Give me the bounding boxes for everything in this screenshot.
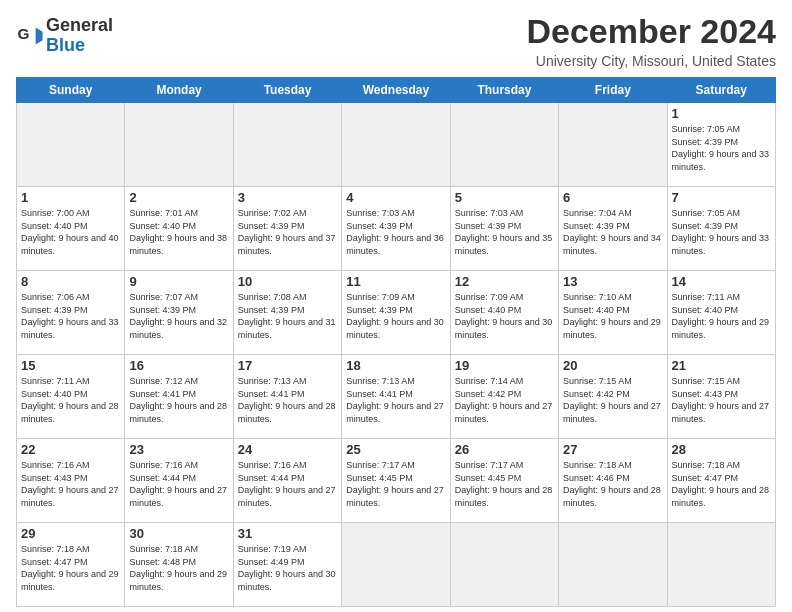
day-number: 21 (672, 358, 771, 373)
calendar-body: 1Sunrise: 7:05 AM Sunset: 4:39 PM Daylig… (17, 103, 776, 607)
calendar-row: 8Sunrise: 7:06 AM Sunset: 4:39 PM Daylig… (17, 271, 776, 355)
day-number: 26 (455, 442, 554, 457)
day-info: Sunrise: 7:18 AM Sunset: 4:48 PM Dayligh… (129, 543, 228, 593)
table-cell: 21Sunrise: 7:15 AM Sunset: 4:43 PM Dayli… (667, 355, 775, 439)
day-info: Sunrise: 7:15 AM Sunset: 4:43 PM Dayligh… (672, 375, 771, 425)
table-cell: 8Sunrise: 7:06 AM Sunset: 4:39 PM Daylig… (17, 271, 125, 355)
table-cell: 1Sunrise: 7:05 AM Sunset: 4:39 PM Daylig… (667, 103, 775, 187)
col-friday: Friday (559, 78, 667, 103)
day-number: 24 (238, 442, 337, 457)
table-cell: 30Sunrise: 7:18 AM Sunset: 4:48 PM Dayli… (125, 523, 233, 607)
calendar-header: Sunday Monday Tuesday Wednesday Thursday… (17, 78, 776, 103)
day-number: 5 (455, 190, 554, 205)
day-number: 15 (21, 358, 120, 373)
logo-general: General (46, 15, 113, 35)
day-info: Sunrise: 7:16 AM Sunset: 4:44 PM Dayligh… (238, 459, 337, 509)
day-number: 29 (21, 526, 120, 541)
table-cell: 7Sunrise: 7:05 AM Sunset: 4:39 PM Daylig… (667, 187, 775, 271)
day-info: Sunrise: 7:15 AM Sunset: 4:42 PM Dayligh… (563, 375, 662, 425)
day-number: 17 (238, 358, 337, 373)
day-number: 9 (129, 274, 228, 289)
day-info: Sunrise: 7:16 AM Sunset: 4:43 PM Dayligh… (21, 459, 120, 509)
day-info: Sunrise: 7:09 AM Sunset: 4:40 PM Dayligh… (455, 291, 554, 341)
day-number: 13 (563, 274, 662, 289)
col-sunday: Sunday (17, 78, 125, 103)
table-cell: 13Sunrise: 7:10 AM Sunset: 4:40 PM Dayli… (559, 271, 667, 355)
day-info: Sunrise: 7:11 AM Sunset: 4:40 PM Dayligh… (672, 291, 771, 341)
day-number: 12 (455, 274, 554, 289)
day-info: Sunrise: 7:19 AM Sunset: 4:49 PM Dayligh… (238, 543, 337, 593)
day-info: Sunrise: 7:13 AM Sunset: 4:41 PM Dayligh… (346, 375, 445, 425)
calendar-row: 22Sunrise: 7:16 AM Sunset: 4:43 PM Dayli… (17, 439, 776, 523)
table-cell: 4Sunrise: 7:03 AM Sunset: 4:39 PM Daylig… (342, 187, 450, 271)
logo-text-line2: Blue (46, 36, 113, 56)
col-thursday: Thursday (450, 78, 558, 103)
day-number: 11 (346, 274, 445, 289)
calendar-row: 15Sunrise: 7:11 AM Sunset: 4:40 PM Dayli… (17, 355, 776, 439)
table-cell: 1Sunrise: 7:00 AM Sunset: 4:40 PM Daylig… (17, 187, 125, 271)
table-cell: 17Sunrise: 7:13 AM Sunset: 4:41 PM Dayli… (233, 355, 341, 439)
day-number: 1 (672, 106, 771, 121)
table-cell: 14Sunrise: 7:11 AM Sunset: 4:40 PM Dayli… (667, 271, 775, 355)
table-cell (559, 523, 667, 607)
table-cell (450, 103, 558, 187)
table-cell: 24Sunrise: 7:16 AM Sunset: 4:44 PM Dayli… (233, 439, 341, 523)
table-cell: 18Sunrise: 7:13 AM Sunset: 4:41 PM Dayli… (342, 355, 450, 439)
logo-text-line1: General (46, 16, 113, 36)
table-cell: 25Sunrise: 7:17 AM Sunset: 4:45 PM Dayli… (342, 439, 450, 523)
day-number: 6 (563, 190, 662, 205)
table-cell: 11Sunrise: 7:09 AM Sunset: 4:39 PM Dayli… (342, 271, 450, 355)
table-cell: 16Sunrise: 7:12 AM Sunset: 4:41 PM Dayli… (125, 355, 233, 439)
svg-text:G: G (17, 25, 29, 42)
table-cell (233, 103, 341, 187)
day-info: Sunrise: 7:07 AM Sunset: 4:39 PM Dayligh… (129, 291, 228, 341)
day-number: 25 (346, 442, 445, 457)
day-info: Sunrise: 7:14 AM Sunset: 4:42 PM Dayligh… (455, 375, 554, 425)
table-cell (17, 103, 125, 187)
day-info: Sunrise: 7:05 AM Sunset: 4:39 PM Dayligh… (672, 123, 771, 173)
day-info: Sunrise: 7:02 AM Sunset: 4:39 PM Dayligh… (238, 207, 337, 257)
day-number: 7 (672, 190, 771, 205)
day-info: Sunrise: 7:17 AM Sunset: 4:45 PM Dayligh… (455, 459, 554, 509)
table-cell: 23Sunrise: 7:16 AM Sunset: 4:44 PM Dayli… (125, 439, 233, 523)
calendar-table: Sunday Monday Tuesday Wednesday Thursday… (16, 77, 776, 607)
day-number: 10 (238, 274, 337, 289)
calendar-row: 29Sunrise: 7:18 AM Sunset: 4:47 PM Dayli… (17, 523, 776, 607)
col-wednesday: Wednesday (342, 78, 450, 103)
table-cell: 22Sunrise: 7:16 AM Sunset: 4:43 PM Dayli… (17, 439, 125, 523)
logo-blue-text: Blue (46, 35, 85, 55)
day-info: Sunrise: 7:13 AM Sunset: 4:41 PM Dayligh… (238, 375, 337, 425)
table-cell (450, 523, 558, 607)
day-info: Sunrise: 7:00 AM Sunset: 4:40 PM Dayligh… (21, 207, 120, 257)
table-cell (125, 103, 233, 187)
day-info: Sunrise: 7:16 AM Sunset: 4:44 PM Dayligh… (129, 459, 228, 509)
day-info: Sunrise: 7:03 AM Sunset: 4:39 PM Dayligh… (346, 207, 445, 257)
day-info: Sunrise: 7:06 AM Sunset: 4:39 PM Dayligh… (21, 291, 120, 341)
day-info: Sunrise: 7:11 AM Sunset: 4:40 PM Dayligh… (21, 375, 120, 425)
day-info: Sunrise: 7:18 AM Sunset: 4:46 PM Dayligh… (563, 459, 662, 509)
month-title: December 2024 (526, 12, 776, 51)
calendar-row: 1Sunrise: 7:00 AM Sunset: 4:40 PM Daylig… (17, 187, 776, 271)
table-cell (342, 103, 450, 187)
day-info: Sunrise: 7:10 AM Sunset: 4:40 PM Dayligh… (563, 291, 662, 341)
day-number: 3 (238, 190, 337, 205)
day-info: Sunrise: 7:18 AM Sunset: 4:47 PM Dayligh… (672, 459, 771, 509)
title-area: December 2024 University City, Missouri,… (526, 12, 776, 69)
day-info: Sunrise: 7:09 AM Sunset: 4:39 PM Dayligh… (346, 291, 445, 341)
table-cell: 3Sunrise: 7:02 AM Sunset: 4:39 PM Daylig… (233, 187, 341, 271)
day-number: 4 (346, 190, 445, 205)
day-number: 2 (129, 190, 228, 205)
day-info: Sunrise: 7:05 AM Sunset: 4:39 PM Dayligh… (672, 207, 771, 257)
header: G General Blue December 2024 University … (16, 12, 776, 69)
table-cell: 9Sunrise: 7:07 AM Sunset: 4:39 PM Daylig… (125, 271, 233, 355)
table-cell: 10Sunrise: 7:08 AM Sunset: 4:39 PM Dayli… (233, 271, 341, 355)
table-cell: 26Sunrise: 7:17 AM Sunset: 4:45 PM Dayli… (450, 439, 558, 523)
day-info: Sunrise: 7:18 AM Sunset: 4:47 PM Dayligh… (21, 543, 120, 593)
day-number: 8 (21, 274, 120, 289)
day-info: Sunrise: 7:01 AM Sunset: 4:40 PM Dayligh… (129, 207, 228, 257)
table-cell: 5Sunrise: 7:03 AM Sunset: 4:39 PM Daylig… (450, 187, 558, 271)
table-cell: 12Sunrise: 7:09 AM Sunset: 4:40 PM Dayli… (450, 271, 558, 355)
day-number: 22 (21, 442, 120, 457)
day-number: 30 (129, 526, 228, 541)
logo-icon: G (16, 22, 44, 50)
